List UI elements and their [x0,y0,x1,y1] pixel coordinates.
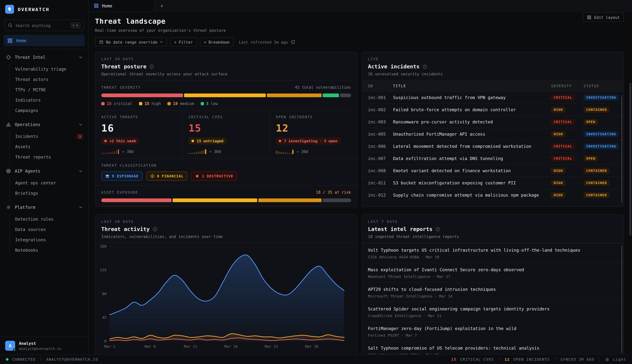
divider [555,357,555,362]
severity-legend: 15 critical 15 high [101,101,351,106]
sidebar-item-vulnerability-triage[interactable]: Vulnerability triage [10,64,88,74]
incident-row[interactable]: inc-008 Emotet variant detected on finan… [362,164,624,177]
filter-button[interactable]: + Filter [170,37,197,46]
chevron-down-icon [79,56,82,58]
report-item[interactable]: Volt Typhoon targets US critical infrast… [362,243,624,263]
sidebar-item-threat-reports[interactable]: Threat reports [10,152,88,162]
section-label: THREAT CLASSIFICATION [101,163,351,168]
card-header: LIVE Active incidents 16 unresolved secu… [362,52,624,80]
incident-row[interactable]: inc-012 Supply chain compromise attempt … [362,189,624,201]
incident-row[interactable]: inc-002 Failed brute-force attempts on d… [362,104,624,116]
sidebar-item-label: TTPs / MITRE [15,87,88,92]
refresh-icon[interactable] [291,40,295,44]
section-head-threat-intel[interactable]: Threat Intel [0,51,88,63]
stat-sparkline [101,148,119,154]
sidebar-item-assets[interactable]: Assets [10,142,88,152]
incidents-scrollbar[interactable] [621,95,622,203]
report-title: APT29 shifts to cloud-focused intrusion … [368,287,618,292]
stat-trend: ↑ 30d [122,149,134,154]
sidebar-item-threat-actors[interactable]: Threat actors [10,74,88,85]
incident-row[interactable]: inc-011 S3 bucket misconfiguration expos… [362,177,624,189]
report-item[interactable]: Scattered Spider social engineering camp… [362,302,624,322]
status-open-count: 12 [505,357,510,362]
incident-row[interactable]: inc-001 Suspicious outbound traffic from… [362,91,624,104]
edit-layout-grid-icon [587,15,592,20]
incident-title: S3 bucket misconfiguration exposing cust… [393,180,551,186]
severity-badge: HIGH [551,192,566,198]
info-icon[interactable] [422,64,427,69]
sidebar-item-label: Home [16,38,26,43]
sidebar-item-home[interactable]: Home [4,35,85,46]
severity-badge: HIGH [551,168,566,174]
threat-severity-section: THREAT SEVERITY 45 total vulnerabilities… [95,80,357,110]
threat-activity-card: LAST 30 DAYS Threat activity Indicators,… [95,214,357,354]
report-item[interactable]: Mass exploitation of Ivanti Connect Secu… [362,263,624,282]
sidebar-item-data-sources[interactable]: Data sources [10,224,88,235]
divider [600,357,600,362]
card-title: Threat activity [101,226,150,232]
sidebar-item-ttps-mitre[interactable]: TTPs / MITRE [10,85,88,95]
report-meta: CISA Advisory AA24-038A · Mar 19 [368,255,618,259]
incident-row[interactable]: inc-007 Data exfiltration attempt via DN… [362,152,624,164]
sidebar-item-incidents[interactable]: Incidents 3 [10,131,88,142]
search-icon [8,23,12,28]
info-icon[interactable] [149,64,154,69]
stat-badge: 7 investigating · 5 open [276,138,340,144]
reports-scrollbar[interactable] [621,246,622,353]
report-item[interactable]: APT29 shifts to cloud-focused intrusion … [362,282,624,302]
section-head-aip-agents[interactable]: AIP Agents [0,165,88,177]
sidebar-item-briefings[interactable]: Briefings [10,188,88,198]
badge-label: 6 FINANCIAL [157,174,183,178]
edit-layout-button[interactable]: Edit layout [583,12,624,22]
user-card[interactable]: A Analyst analyst@overwatch.io [0,337,88,354]
sidebar-section-threat-intel: Threat Intel Vulnerability triage Threat… [0,51,88,118]
active-incidents-card: LIVE Active incidents 16 unresolved secu… [362,52,624,207]
search-input[interactable]: Search anything ⌘ K [4,20,84,31]
new-tab-button[interactable]: + [154,0,169,12]
sidebar-item-campaigns[interactable]: Campaigns [10,105,88,116]
report-item[interactable]: FortiManager zero-day (FortiJump) exploi… [362,322,624,341]
stat-sparkline [188,148,206,154]
status-critical-label: CRITICAL CVES [460,357,494,362]
tab-home[interactable]: Home [89,0,154,12]
connection-status-dot [6,358,8,361]
eagle-logo-icon [5,5,14,14]
sidebar-item-label: Assets [15,144,88,149]
incident-row[interactable]: inc-005 Unauthorized FortiManager API ac… [362,128,624,140]
report-item[interactable]: Salt Typhoon compromise of US telecom pr… [362,341,624,354]
status-account: ANALYST@OVERWATCH.IO [46,357,98,362]
sidebar-item-agent-ops-center[interactable]: Agent ops center [10,178,88,188]
tab-grid-icon [94,3,99,8]
section-head-platform[interactable]: Platform [0,202,88,213]
stat-label: OPEN INCIDENTS [276,115,351,119]
card-title: Threat posture [101,64,146,70]
sidebar-item-indicators[interactable]: Indicators [10,95,88,105]
sidebar-item-notebooks[interactable]: Notebooks [10,245,88,255]
info-icon[interactable] [436,227,440,232]
financial-badge[interactable]: $ 6 FINANCIAL [146,172,188,181]
legend-count: 3 [206,101,209,106]
right-column: LIVE Active incidents 16 unresolved secu… [362,52,624,354]
severity-bar [101,94,351,97]
legend-count: 15 [144,101,149,106]
stat-badge-label: 15 untriaged [196,139,224,143]
page-scrollbar[interactable] [630,83,631,236]
sidebar-item-detection-rules[interactable]: Detection rules [10,214,88,224]
theme-toggle-label[interactable]: Light [613,357,626,362]
date-range-button[interactable]: No date range override [95,37,167,46]
stat-badge-label: +2 this week [110,139,136,143]
breakdown-button[interactable]: + Breakdown [200,37,234,46]
sidebar-subitems: Vulnerability triage Threat actors TTPs … [9,63,88,118]
sidebar-item-integrations[interactable]: Integrations [10,235,88,245]
sun-icon[interactable] [605,357,610,362]
incident-row[interactable]: inc-003 Ransomware pre-cursor activity d… [362,116,624,128]
section-head-operations[interactable]: Operations [0,118,88,130]
incident-row[interactable]: inc-006 Lateral movement detected from c… [362,140,624,152]
espionage-badge[interactable]: 9 ESPIONAGE [101,172,142,181]
incident-id: inc-005 [362,132,393,137]
col-title: TITLE [393,84,551,88]
destructive-badge[interactable]: 1 DESTRUCTIVE [191,172,238,181]
info-icon[interactable] [153,227,158,232]
incident-id: inc-002 [362,107,393,112]
card-subtitle: Operational threat severity across your … [101,72,351,76]
